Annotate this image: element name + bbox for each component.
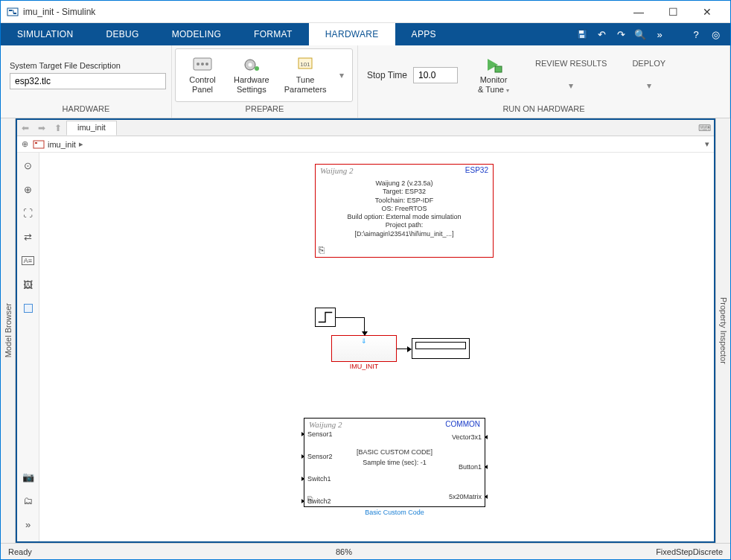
block-imu-port-icon: ⇓ [361, 337, 367, 345]
block-waijung-target[interactable]: Waijung 2 ESP32 Waijung 2 (v.23.5a) Targ… [315, 164, 494, 258]
search-icon[interactable]: 🔍 [634, 28, 646, 40]
annotation-button[interactable]: A≡ [20, 252, 36, 269]
deploy-button[interactable]: DEPLOY ▾ [626, 56, 671, 94]
breadcrumb-root[interactable]: imu_init [48, 140, 76, 149]
canvas-wrap: ⬅ ➡ ⬆ imu_init ⌨ ⊕ imu_init ▸ ▾ ⊙ ⊕ ⛶ ⇄ … [16, 118, 715, 543]
titlebar: imu_init - Simulink — ☐ ✕ [1, 1, 730, 23]
zoom-button[interactable]: ⊕ [20, 181, 36, 197]
block-imu-init[interactable]: ⇓ [331, 335, 397, 362]
expand-icon[interactable]: » [654, 28, 665, 40]
camera-button[interactable]: 📷 [20, 468, 36, 485]
system-target-input[interactable] [10, 73, 166, 89]
svg-point-11 [248, 63, 252, 66]
tab-modeling[interactable]: MODELING [156, 23, 237, 45]
view-dropdown[interactable]: ▾ [705, 139, 709, 149]
group-hardware-label: HARDWARE [1, 104, 171, 118]
block-target-text: Waijung 2 (v.23.5a) Target: ESP32 Toolch… [316, 176, 493, 238]
property-inspector-sidebar[interactable]: Property Inspector [715, 118, 730, 543]
nav-forward-button[interactable]: ➡ [33, 120, 50, 136]
save-icon[interactable] [576, 28, 588, 40]
control-panel-icon [192, 56, 213, 74]
arrow-icon [407, 346, 412, 352]
image-button[interactable]: 🖼 [20, 276, 36, 293]
editor-tab-imu-init[interactable]: imu_init [66, 121, 117, 136]
status-solver[interactable]: FixedStepDiscrete [656, 547, 723, 556]
help-icon[interactable]: ? [690, 28, 702, 40]
group-run-label: RUN ON HARDWARE [358, 104, 730, 118]
svg-point-12 [255, 66, 259, 71]
monitor-tune-button[interactable]: Monitor & Tune ▾ [471, 53, 516, 97]
block-tag-common: COMMON [445, 420, 480, 429]
stop-time-label: Stop Time [367, 70, 407, 80]
model-browser-sidebar[interactable]: Model Browser [1, 118, 16, 543]
stop-time-input[interactable] [413, 67, 458, 83]
hardware-settings-button[interactable]: Hardware Settings [228, 53, 275, 97]
control-panel-button[interactable]: Control Panel [180, 53, 225, 97]
tab-simulation[interactable]: SIMULATION [1, 23, 89, 45]
svg-rect-18 [35, 142, 37, 144]
maximize-button[interactable]: ☐ [656, 1, 690, 22]
signal-wire [336, 317, 364, 318]
gear-icon [241, 56, 262, 74]
block-diagram-canvas[interactable]: Waijung 2 ESP32 Waijung 2 (v.23.5a) Targ… [39, 153, 714, 541]
breadcrumb: ⊕ imu_init ▸ ▾ [17, 136, 714, 153]
library-button[interactable]: 🗂 [20, 492, 36, 509]
tab-apps[interactable]: APPS [395, 23, 453, 45]
port-in-switch1: Switch1 [307, 475, 331, 483]
close-button[interactable]: ✕ [690, 1, 724, 22]
more-button[interactable]: » [20, 516, 36, 532]
block-custom-name: Basic Custom Code [304, 509, 485, 516]
area-button[interactable] [20, 300, 36, 316]
main-tabstrip: SIMULATION DEBUG MODELING FORMAT HARDWAR… [1, 23, 730, 45]
tab-format[interactable]: FORMAT [237, 23, 309, 45]
sliders-icon: 101 [295, 56, 316, 74]
block-brand: Waijung 2 [320, 166, 354, 175]
target-icon[interactable]: ◎ [709, 28, 721, 40]
block-display[interactable] [412, 338, 470, 359]
redo-icon[interactable]: ↷ [615, 28, 627, 40]
block-basic-custom-code[interactable]: Waijung 2 COMMON [BASIC CUSTOM CODE] Sam… [304, 418, 485, 507]
signal-wire [364, 317, 365, 332]
status-bar: Ready 86% FixedStepDiscrete [1, 543, 730, 559]
status-ready: Ready [8, 547, 32, 556]
review-results-button[interactable]: REVIEW RESULTS ▾ [529, 56, 613, 94]
block-tag-esp32: ESP32 [465, 166, 488, 175]
svg-point-9 [205, 63, 208, 66]
play-chip-icon [483, 56, 504, 74]
canvas-toolstrip: ⊙ ⊕ ⛶ ⇄ A≡ 🖼 📷 🗂 » [17, 153, 39, 541]
tune-parameters-button[interactable]: 101 Tune Parameters [278, 53, 333, 97]
circled-arrow-icon[interactable]: ⊕ [22, 139, 28, 149]
block-step[interactable] [315, 308, 336, 327]
keyboard-icon[interactable]: ⌨ [695, 120, 714, 136]
auto-arrange-button[interactable]: ⇄ [20, 229, 36, 245]
svg-rect-16 [495, 66, 502, 72]
simulink-icon [7, 6, 19, 18]
fit-view-button[interactable]: ⊙ [20, 157, 36, 174]
chevron-down-icon: ▾ [647, 80, 651, 91]
group-prepare-label: PREPARE [172, 104, 357, 118]
block-imu-name: IMU_INIT [331, 363, 397, 370]
nav-up-button[interactable]: ⬆ [50, 120, 66, 136]
port-out-vector: Vector3x1 [452, 433, 482, 441]
status-zoom[interactable]: 86% [336, 547, 352, 556]
editor-area: Model Browser ⬅ ➡ ⬆ imu_init ⌨ ⊕ imu_ini… [1, 118, 730, 543]
minimize-button[interactable]: — [622, 1, 656, 22]
port-out-button: Button1 [459, 463, 482, 471]
tab-hardware[interactable]: HARDWARE [309, 23, 395, 45]
chevron-down-icon: ▾ [569, 80, 573, 91]
quick-access-toolbar: ↶ ↷ 🔍 » ? ◎ [576, 23, 730, 45]
breadcrumb-chevron-icon[interactable]: ▸ [79, 139, 83, 149]
undo-icon[interactable]: ↶ [596, 28, 607, 40]
prepare-more-dropdown[interactable]: ▾ [336, 53, 348, 98]
tab-debug[interactable]: DEBUG [89, 23, 155, 45]
svg-rect-17 [33, 141, 44, 148]
svg-rect-4 [579, 31, 584, 34]
arrow-icon [362, 331, 368, 336]
svg-point-8 [201, 63, 204, 66]
nav-back-button[interactable]: ⬅ [17, 120, 33, 136]
port-in-sensor2: Sensor2 [307, 453, 333, 460]
port-out-matrix: 5x20Matrix [449, 493, 482, 500]
fit-to-screen-button[interactable]: ⛶ [20, 205, 36, 221]
model-icon [33, 139, 45, 150]
svg-text:101: 101 [300, 61, 310, 68]
